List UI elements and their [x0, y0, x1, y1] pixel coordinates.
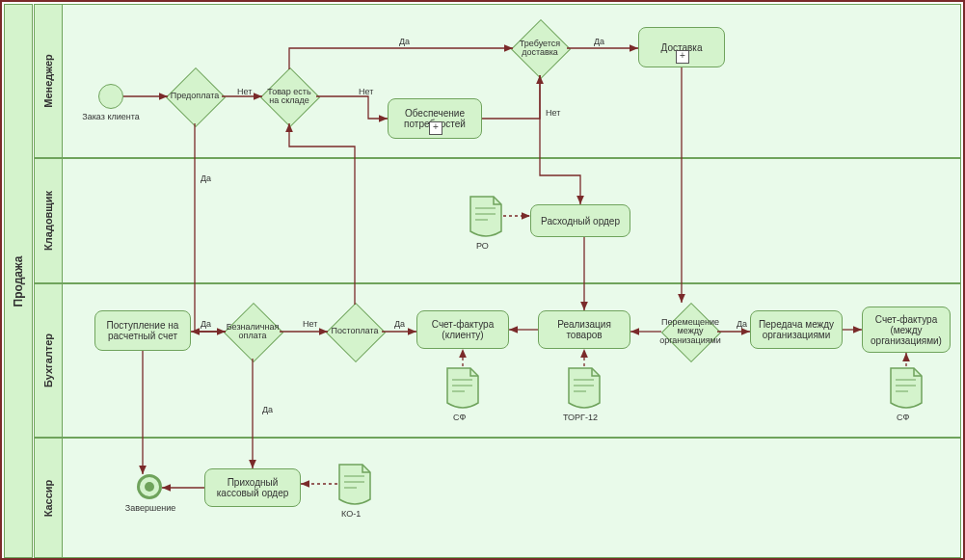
start-event — [98, 84, 123, 109]
doc-label: СФ — [453, 413, 466, 422]
end-event — [137, 474, 162, 499]
gateway-prepay: Предоплата — [166, 67, 224, 125]
pool-header: Продажа — [4, 4, 33, 558]
task-delivery: Доставка + — [638, 27, 725, 67]
end-event-label: Завершение — [121, 503, 179, 513]
lane-header: Менеджер — [35, 5, 63, 157]
task-invoice-orgs: Счет-фактура (между организациями) — [862, 307, 951, 353]
edge-label-yes: Да — [201, 319, 211, 329]
doc-label: КО-1 — [341, 509, 361, 519]
edge-label-yes: Да — [594, 37, 604, 46]
task-secure-needs: Обеспечение потребностей + — [388, 98, 482, 139]
doc-sf2 — [889, 366, 924, 409]
lane-cashier: Кассир — [34, 438, 961, 558]
doc-sf — [445, 366, 480, 409]
task-goods-sale: Реализация товаров — [538, 310, 630, 349]
doc-label: РО — [476, 241, 489, 251]
subprocess-icon: + — [676, 50, 689, 64]
gateway-cashless: Безналичная оплата — [224, 303, 281, 360]
lane-accountant: Бухгалтер — [34, 283, 961, 438]
doc-torg12 — [567, 366, 602, 409]
edge-label-yes: Да — [262, 405, 273, 414]
task-cash-receipt: Приходный кассовый ордер — [204, 468, 301, 507]
task-expense-order: Расходный ордер — [530, 204, 630, 237]
start-event-label: Заказ клиента — [81, 112, 141, 121]
lane-header: Кассир — [35, 439, 63, 557]
edge-label-no: Нет — [359, 87, 373, 96]
edge-label-no: Нет — [237, 87, 252, 96]
doc-ro — [469, 195, 503, 237]
gateway-need-delivery: Требуется доставка — [511, 19, 569, 77]
edge-label-yes: Да — [201, 173, 211, 183]
edge-label-no: Нет — [546, 108, 560, 118]
edge-label-no: Нет — [303, 319, 317, 329]
edge-label-yes: Да — [399, 37, 410, 46]
edge-label-yes: Да — [737, 319, 747, 329]
task-bank-receipt: Поступление на расчетный счет — [94, 310, 191, 351]
gateway-postpay: Постоплата — [326, 303, 384, 360]
lane-header: Бухгалтер — [35, 284, 63, 437]
task-invoice-client: Счет-фактура (клиенту) — [416, 310, 509, 349]
gateway-in-stock: Товар есть на складе — [260, 67, 318, 125]
gateway-interorg-move: Перемещение между организациями — [661, 303, 719, 360]
edge-label-yes: Да — [394, 319, 405, 329]
pool-title: Продажа — [12, 255, 25, 307]
doc-label: ТОРГ-12 — [563, 413, 598, 422]
bpmn-diagram: Продажа Менеджер Кладовщик Бухгалтер Кас… — [0, 0, 965, 560]
subprocess-icon: + — [429, 121, 442, 135]
lane-header: Кладовщик — [35, 159, 63, 282]
doc-ko1 — [337, 463, 372, 505]
task-transfer-orgs: Передача между организациями — [750, 310, 843, 349]
doc-label: СФ — [897, 413, 909, 422]
